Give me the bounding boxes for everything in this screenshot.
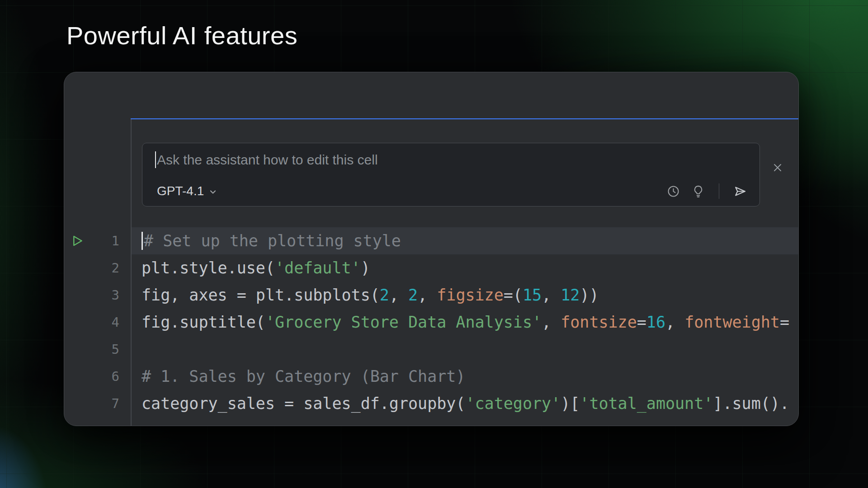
code-token-plain: , — [665, 313, 684, 331]
line-number: 3 — [64, 282, 131, 309]
code-line[interactable]: 4fig.suptitle('Grocery Store Data Analys… — [64, 309, 798, 336]
code-token-param: fontsize — [561, 313, 637, 331]
line-number: 4 — [64, 309, 131, 336]
code-token-param: figsize — [437, 286, 504, 304]
code-token-comment: # 1. Sales by Category (Bar Chart) — [142, 367, 465, 385]
line-number: 7 — [64, 390, 131, 417]
text-caret — [155, 151, 156, 168]
clock-icon — [666, 184, 680, 198]
lightbulb-icon — [691, 184, 705, 198]
editor-caret — [142, 232, 143, 250]
code-token-plain: , — [389, 286, 408, 304]
cell-selection-border — [131, 118, 798, 119]
code-token-plain: = — [780, 313, 789, 331]
history-button[interactable] — [666, 184, 680, 198]
code-token-number: 15 — [523, 286, 542, 304]
model-selector[interactable]: GPT-4.1 — [157, 184, 217, 198]
run-cell-button[interactable] — [70, 233, 86, 249]
close-assistant-button[interactable] — [771, 160, 787, 175]
code-token-plain: ].sum(). — [713, 394, 789, 413]
code-token-comment: # Set up the plotting style — [144, 232, 401, 250]
page-title: Powerful AI features — [66, 21, 297, 50]
model-label: GPT-4.1 — [157, 184, 204, 198]
toolbar-divider — [719, 183, 719, 199]
line-number: 2 — [64, 254, 131, 282]
code-text[interactable]: category_sales = sales_df.groupby('categ… — [131, 390, 798, 417]
code-line[interactable]: 1# Set up the plotting style — [64, 227, 798, 254]
code-token-string: 'default' — [275, 259, 361, 277]
code-token-plain: ) — [361, 259, 370, 277]
code-token-plain: , — [542, 286, 561, 304]
code-lines: 1# Set up the plotting style2plt.style.u… — [64, 227, 798, 417]
code-line[interactable]: 7category_sales = sales_df.groupby('cate… — [64, 390, 798, 417]
play-icon — [70, 234, 86, 248]
code-text[interactable]: fig, axes = plt.subplots(2, 2, figsize=(… — [131, 282, 798, 309]
code-text[interactable]: # Set up the plotting style — [131, 227, 798, 254]
assistant-input[interactable]: Ask the assistant how to edit this cell — [142, 143, 760, 168]
line-number: 5 — [64, 336, 131, 363]
code-text[interactable]: plt.style.use('default') — [131, 254, 798, 282]
code-line[interactable]: 5 — [64, 336, 798, 363]
code-token-plain: =( — [504, 286, 523, 304]
code-token-param: fontweight — [684, 313, 780, 331]
code-token-plain: , — [418, 286, 437, 304]
assistant-input-placeholder: Ask the assistant how to edit this cell — [157, 152, 378, 168]
code-token-plain: category_sales = sales_df.groupby( — [142, 394, 465, 413]
code-token-plain: fig.suptitle( — [142, 313, 265, 331]
send-icon — [733, 184, 748, 199]
code-line[interactable]: 3fig, axes = plt.subplots(2, 2, figsize=… — [64, 282, 798, 309]
code-line[interactable]: 2plt.style.use('default') — [64, 254, 798, 282]
chevron-down-icon — [208, 186, 217, 197]
gutter-separator — [131, 118, 132, 426]
code-token-plain: plt.style.use( — [142, 259, 275, 277]
code-line[interactable]: 6# 1. Sales by Category (Bar Chart) — [64, 363, 798, 390]
code-token-plain: , — [542, 313, 561, 331]
code-token-string: 'Grocery Store Data Analysis' — [265, 313, 542, 331]
code-token-plain: = — [637, 313, 646, 331]
code-editor[interactable]: 1# Set up the plotting style2plt.style.u… — [64, 227, 798, 417]
line-number: 6 — [64, 363, 131, 390]
code-text[interactable] — [131, 336, 798, 363]
close-icon — [771, 161, 787, 174]
code-token-plain: )[ — [561, 394, 580, 413]
code-token-plain: fig, axes = plt.subplots( — [142, 286, 380, 304]
code-token-string: 'category' — [465, 394, 561, 413]
notebook-panel: Ask the assistant how to edit this cell … — [64, 72, 799, 426]
code-token-string: 'total_amount' — [580, 394, 713, 413]
code-token-number: 12 — [561, 286, 580, 304]
ai-assistant-prompt[interactable]: Ask the assistant how to edit this cell … — [142, 143, 760, 206]
code-token-number: 2 — [408, 286, 418, 304]
code-text[interactable]: # 1. Sales by Category (Bar Chart) — [131, 363, 798, 390]
suggestions-button[interactable] — [691, 184, 705, 198]
background: Powerful AI features Ask the assistant h… — [0, 0, 868, 488]
send-button[interactable] — [733, 184, 748, 199]
code-token-number: 2 — [380, 286, 389, 304]
code-token-plain: )) — [580, 286, 599, 304]
code-token-number: 16 — [646, 313, 665, 331]
code-text[interactable]: fig.suptitle('Grocery Store Data Analysi… — [131, 309, 798, 336]
